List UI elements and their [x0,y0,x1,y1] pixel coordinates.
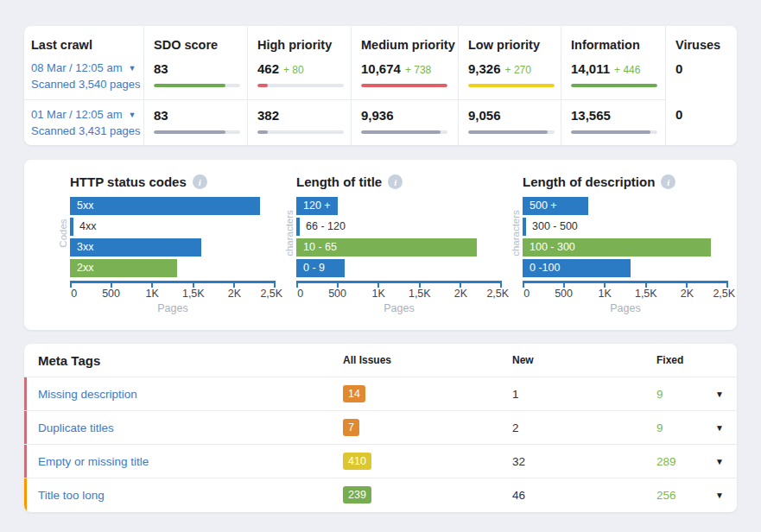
progress-track [571,84,657,87]
bar-300-500 [523,218,526,236]
progress-fill [571,130,650,134]
metric-value: 9,326 [468,61,501,76]
y-axis-label: characters [511,192,521,275]
col-header-new: New [512,354,656,366]
progress-fill [571,84,657,87]
y-axis-label: Codes [58,192,68,275]
chevron-down-icon[interactable]: ▼ [702,491,737,500]
chevron-down-icon[interactable]: ▼ [702,423,737,433]
x-tick: 500 [555,288,573,300]
metric-value: 0 [675,61,682,76]
metric-delta: + 80 [283,64,304,76]
x-tick: 1K [146,288,159,300]
issue-link[interactable]: Missing description [24,388,343,401]
crawl-date[interactable]: 08 Mar / 12:05 am [31,61,123,74]
x-tick: 1,5K [182,288,205,300]
issue-link[interactable]: Title too long [24,489,343,502]
crawl-date-selector[interactable]: 01 Mar / 12:05 am▼ Scanned 3,431 pages [24,99,143,145]
chevron-down-icon[interactable]: ▼ [129,64,136,73]
x-tick: 2K [454,288,467,300]
low-priority-cell: 9,326+ 270 [458,54,561,99]
progress-track [361,130,447,134]
col-header-low-priority: Low priority [458,26,561,54]
progress-track [257,84,344,87]
chart-http-status-codes: HTTP status codes i Codes 5xx 4xx 3xx 2x… [49,174,276,330]
chevron-down-icon[interactable]: ▼ [129,111,136,119]
info-icon[interactable]: i [388,174,403,189]
x-tick: 1K [599,288,612,300]
bar-label: 300 - 500 [532,218,578,236]
medium-priority-cell: 9,936 [351,99,458,145]
progress-fill [468,84,555,87]
progress-track [468,130,555,134]
bar-label: 5xx [70,200,93,212]
progress-fill [468,130,548,134]
severity-strip [24,411,27,444]
chart-plot: 120 + 66 - 120 10 - 65 0 - 9 0 500 1K 1,… [296,197,502,314]
issue-link[interactable]: Empty or missing title [24,455,343,468]
bar-label: 66 - 120 [306,218,346,236]
scanned-pages: Scanned 3,540 pages [31,78,143,91]
progress-track [154,130,240,134]
x-axis [296,281,502,287]
viruses-cell: 0 [665,99,737,145]
metric-value: 382 [257,108,279,123]
x-tick: 2K [228,288,241,300]
metric-value: 462 [257,61,279,76]
table-row: Empty or missing title 410 32 289 ▼ [24,444,737,478]
bar-label: 100 - 300 [523,241,575,253]
high-priority-cell: 382 [247,99,351,145]
metric-value: 0 [675,107,682,122]
bar-label: 500 + [523,200,557,212]
col-header-medium-priority: Medium priority [351,26,458,54]
crawl-date[interactable]: 01 Mar / 12:05 am [31,108,123,121]
crawl-date-selector[interactable]: 08 Mar / 12:05 am▼ Scanned 3,540 pages [24,54,143,99]
progress-track [361,84,447,87]
fixed-count: 256 [656,489,702,502]
chart-plot: 5xx 4xx 3xx 2xx 0 500 1K 1,5K 2K 2,5K [70,197,276,314]
severity-strip [24,377,27,410]
issue-link[interactable]: Duplicate titles [24,421,343,434]
sdo-score-cell: 83 [143,99,247,145]
metric-value: 9,056 [468,108,501,123]
crawl-summary-panel: Last crawl SDO score High priority Mediu… [24,26,737,145]
metric-value: 83 [154,61,168,76]
issue-count-badge: 410 [343,453,371,470]
x-tick: 1,5K [409,288,431,300]
new-count: 1 [512,388,656,401]
progress-track [571,130,657,134]
info-icon[interactable]: i [193,174,207,189]
fixed-count: 9 [656,388,702,401]
metric-delta: + 270 [505,64,531,76]
metric-delta: + 738 [405,64,431,76]
bar-label: 4xx [79,218,96,236]
progress-fill [154,130,225,134]
issue-count-badge: 14 [343,385,365,402]
bar-66-120 [296,218,300,236]
bar-5xx: 5xx [70,197,260,215]
info-icon[interactable]: i [661,174,675,189]
x-tick: 0 [523,288,530,300]
chevron-down-icon[interactable]: ▼ [702,390,737,399]
fixed-count: 9 [656,421,702,434]
table-row: Duplicate titles 7 2 9 ▼ [24,410,737,444]
progress-fill [257,84,268,87]
bar-100-300: 100 - 300 [523,238,711,256]
information-cell: 13,565 [561,99,665,145]
x-tick: 1K [372,288,385,300]
meta-tags-panel: Meta Tags All Issues New Fixed Missing d… [24,344,737,512]
medium-priority-cell: 10,674+ 738 [351,54,458,99]
progress-fill [257,130,268,134]
bar-label: 2xx [70,262,93,274]
bar-label: 120 + [296,200,331,212]
chart-length-of-description: Length of description i characters 500 +… [502,174,728,330]
issue-count-badge: 239 [343,486,371,504]
bar-120plus: 120 + [296,197,338,215]
bar-label: 0 -100 [523,262,560,274]
x-tick: 1,5K [635,288,657,300]
chevron-down-icon[interactable]: ▼ [702,457,737,466]
x-tick: 500 [328,288,346,300]
progress-track [468,84,555,87]
x-tick: 0 [71,288,77,300]
chart-title: Length of title [296,174,382,189]
